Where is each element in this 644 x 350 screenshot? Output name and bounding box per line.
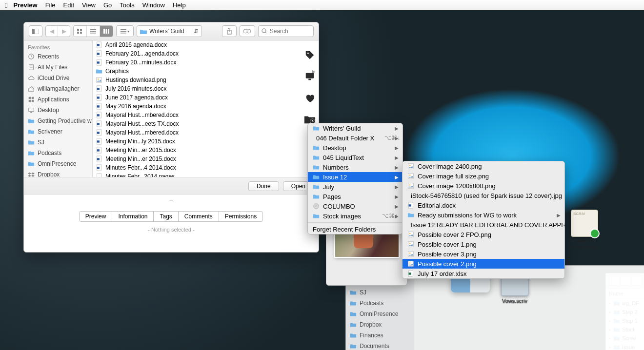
svg-rect-58 xyxy=(97,174,101,177)
sidebar-item[interactable]: OmniPresence xyxy=(24,158,92,169)
menu-item[interactable]: July 17 order.xlsx xyxy=(402,269,564,278)
done-button[interactable]: Done xyxy=(248,181,279,191)
sidebar-item[interactable]: Podcasts xyxy=(24,148,92,158)
desktop-file-time-no-longer[interactable]: Time No onger.scriv xyxy=(565,210,604,250)
sidebar-item-label: Podcasts xyxy=(38,150,61,156)
menu-item[interactable]: Pages▶ xyxy=(308,192,402,201)
search-field[interactable] xyxy=(258,25,314,37)
menu-item[interactable]: Possible cover 2.png xyxy=(402,259,564,269)
tags-button[interactable] xyxy=(240,25,255,37)
sidebar-item[interactable]: Documents xyxy=(346,341,414,350)
file-row[interactable]: April 2016 agenda.docx xyxy=(93,40,319,49)
folder-icon xyxy=(313,183,320,190)
sidebar-item[interactable]: All My Files xyxy=(24,62,92,73)
icon-view-icon[interactable] xyxy=(74,26,87,37)
svg-rect-43 xyxy=(97,105,100,107)
resize-handle-icon[interactable]: ︵ xyxy=(24,196,319,204)
list-view-icon[interactable] xyxy=(87,26,100,37)
tab-information[interactable]: Information xyxy=(112,211,154,222)
menu-item[interactable]: Cover image 1200x800.png xyxy=(402,181,564,191)
search-input[interactable] xyxy=(269,27,310,35)
view-modes[interactable] xyxy=(73,25,113,37)
menu-view[interactable]: View xyxy=(82,1,96,9)
menu-window[interactable]: Window xyxy=(142,1,165,9)
tab-permissions[interactable]: Permissions xyxy=(219,211,263,222)
back-button[interactable]: ◀ xyxy=(46,26,58,37)
menu-item[interactable]: Issue 12▶ xyxy=(308,172,402,182)
sidebar-item[interactable]: Podcasts xyxy=(346,298,414,309)
file-row[interactable]: Meeting Min...er 2015.docx xyxy=(93,146,319,155)
file-row[interactable]: Meeting Min...er 2015.docx xyxy=(93,155,319,163)
file-row[interactable]: February 20...minutes.docx xyxy=(93,58,319,67)
sidebar-item[interactable]: Scrivener xyxy=(24,126,92,137)
menu-item[interactable]: 045 LiquidText▶ xyxy=(308,153,402,162)
sidebar-item[interactable]: Applications xyxy=(24,94,92,105)
file-column[interactable]: April 2016 agenda.docxFebruary 201...age… xyxy=(93,40,319,177)
sidebar-item[interactable]: Dropbox xyxy=(24,169,92,177)
sidebar-item[interactable]: iCloud Drive xyxy=(24,73,92,83)
svg-rect-70 xyxy=(306,73,314,78)
sidebar-item-label: Recents xyxy=(38,53,59,60)
menu-item[interactable]: iStock-546765810 (used for Spark issue 1… xyxy=(402,191,564,200)
menu-item[interactable]: Editorial.docx xyxy=(402,200,564,210)
menu-item[interactable]: Cover image 2400.png xyxy=(402,161,564,171)
menu-item[interactable]: 046 Default Folder X⌥⌘↓▶ xyxy=(308,133,402,143)
menu-item[interactable]: Possible cover 3.png xyxy=(402,249,564,259)
file-row[interactable]: Mayoral Hust...mbered.docx xyxy=(93,111,319,119)
file-row[interactable]: May 2016 agenda.docx xyxy=(93,102,319,111)
png-icon xyxy=(407,173,414,179)
file-row[interactable]: June 2017 agenda.docx xyxy=(93,93,319,102)
file-row[interactable]: July 2016 minutes.docx xyxy=(93,84,319,93)
menu-item[interactable]: Issue 12 READY BAR EDITORIAL AND COVER A… xyxy=(402,220,564,230)
file-row[interactable]: Minutes Febr...2014.pages xyxy=(93,172,319,177)
forward-button[interactable]: ▶ xyxy=(58,26,70,37)
menu-item[interactable]: Numbers▶ xyxy=(308,162,402,172)
sidebar-item[interactable]: Getting Productive w... xyxy=(24,116,92,126)
menu-item[interactable]: COLUMBO▶ xyxy=(308,201,402,211)
menu-item[interactable]: Stock images⌥⌘↑▶ xyxy=(308,211,402,221)
file-row[interactable]: Graphics▶ xyxy=(93,67,319,76)
tag-icon[interactable] xyxy=(303,49,316,61)
share-button[interactable] xyxy=(222,25,237,37)
sidebar-item[interactable]: williamgallagher xyxy=(24,83,92,94)
tab-comments[interactable]: Comments xyxy=(178,211,219,222)
column-view-icon[interactable] xyxy=(100,26,113,37)
disk-icon xyxy=(313,203,320,210)
sidebar-item[interactable]: OmniPresence xyxy=(346,309,414,319)
file-row[interactable]: Mayoral Hust...eets TX.docx xyxy=(93,119,319,128)
sidebar-item[interactable]: Desktop xyxy=(24,105,92,116)
sidebar-item[interactable]: SJ xyxy=(24,137,92,148)
menu-item[interactable]: Cover image full size.png xyxy=(402,171,564,181)
file-row[interactable]: Minutes Febr...4 2014.docx xyxy=(93,163,319,172)
menu-go[interactable]: Go xyxy=(103,1,112,9)
menu-item[interactable]: July▶ xyxy=(308,182,402,192)
file-row[interactable]: February 201...agenda.docx xyxy=(93,49,319,58)
favorite-icon[interactable] xyxy=(303,92,316,104)
tab-tags[interactable]: Tags xyxy=(153,211,178,222)
nav-buttons[interactable]: ◀ ▶ xyxy=(45,25,70,37)
menu-edit[interactable]: Edit xyxy=(63,1,74,9)
file-row[interactable]: Mayoral Hust...mbered.docx xyxy=(93,128,319,137)
menu-tools[interactable]: Tools xyxy=(120,1,134,9)
menu-file[interactable]: File xyxy=(45,1,56,9)
menu-item[interactable]: Possible cover 1.png xyxy=(402,239,564,249)
sidebar-item[interactable]: SJ xyxy=(346,287,414,298)
desktop-icon[interactable] xyxy=(303,70,316,83)
app-name[interactable]: Preview xyxy=(13,1,37,9)
arrange-menu[interactable]: ▾ xyxy=(116,25,134,37)
file-row[interactable]: Hustings download.png xyxy=(93,76,319,84)
forget-recent-folders[interactable]: Forget Recent Folders xyxy=(308,224,402,234)
sidebar-toggle[interactable] xyxy=(29,25,42,37)
sidebar-item[interactable]: Finances xyxy=(346,330,414,341)
sidebar-item[interactable]: Recents xyxy=(24,51,92,62)
tab-preview[interactable]: Preview xyxy=(79,211,113,222)
menu-item[interactable]: Desktop▶ xyxy=(308,143,402,153)
menu-item[interactable]: Writers' Guild▶ xyxy=(308,123,402,133)
menu-help[interactable]: Help xyxy=(173,1,186,9)
menu-item[interactable]: Possible cover 2 FPO.png xyxy=(402,230,564,239)
apple-menu-icon[interactable]:  xyxy=(5,1,7,9)
path-popup[interactable]: Writers' Guild ⇵ xyxy=(137,25,202,37)
file-row[interactable]: Meeting Min...ly 2015.docx xyxy=(93,137,319,146)
sidebar-item[interactable]: Dropbox xyxy=(346,319,414,330)
menu-item[interactable]: Ready submissions for WG to work▶ xyxy=(402,210,564,220)
